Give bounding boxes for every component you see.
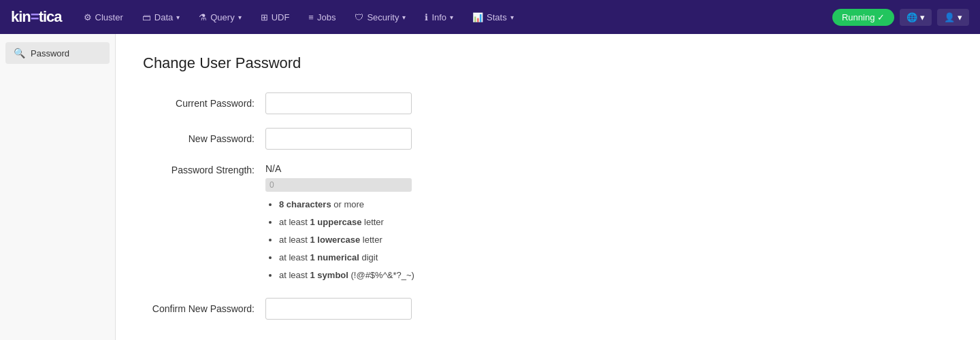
nav-udf[interactable]: ⊞ UDF [252, 8, 298, 27]
req-symbol-bold: 1 symbol [310, 270, 348, 280]
user-caret-icon: ▾ [958, 12, 962, 22]
info-caret-icon: ▾ [450, 14, 453, 21]
req-numerical-bold: 1 numerical [310, 252, 359, 262]
nav-cluster[interactable]: ⚙ Cluster [76, 8, 131, 27]
confirm-password-label: Confirm New Password: [143, 303, 265, 314]
page-body: 🔍 Password Change User Password Current … [0, 34, 980, 340]
req-length-bold: 8 characters [279, 199, 331, 209]
req-lowercase-bold: 1 lowercase [310, 235, 361, 245]
nav-security[interactable]: 🛡 Security ▾ [346, 8, 414, 27]
user-button[interactable]: 👤 ▾ [937, 9, 969, 26]
password-requirements: 8 characters or more at least 1 uppercas… [265, 196, 414, 284]
nav-data[interactable]: 🗃 Data ▾ [134, 8, 188, 27]
sidebar: 🔍 Password [0, 34, 116, 340]
sidebar-item-password[interactable]: 🔍 Password [5, 42, 110, 64]
info-icon: ℹ [425, 12, 428, 22]
nav-udf-label: UDF [272, 12, 290, 22]
navbar-right: Running ✓ 🌐 ▾ 👤 ▾ [832, 9, 969, 26]
requirement-uppercase: at least 1 uppercase letter [279, 214, 414, 231]
main-content: Change User Password Current Password: N… [116, 34, 980, 340]
requirement-length: 8 characters or more [279, 196, 414, 214]
confirm-password-row: Confirm New Password: [143, 298, 953, 320]
globe-button[interactable]: 🌐 ▾ [900, 9, 932, 26]
requirement-symbol: at least 1 symbol (!@#$%^&*?_~) [279, 267, 414, 284]
navbar: kin=tica ⚙ Cluster 🗃 Data ▾ ⚗ Query ▾ ⊞ … [0, 0, 980, 34]
stats-caret-icon: ▾ [510, 14, 514, 21]
nav-jobs-label: Jobs [317, 12, 336, 22]
udf-icon: ⊞ [261, 12, 268, 22]
nav-query[interactable]: ⚗ Query ▾ [191, 8, 249, 27]
nav-info-label: Info [431, 12, 446, 22]
strength-bar-number: 0 [270, 180, 274, 190]
nav-jobs[interactable]: ≡ Jobs [300, 8, 344, 27]
nav-stats[interactable]: 📊 Stats ▾ [464, 8, 522, 27]
data-icon: 🗃 [142, 12, 151, 22]
page-title: Change User Password [143, 54, 953, 72]
search-icon: 🔍 [14, 48, 25, 58]
jobs-icon: ≡ [308, 12, 314, 22]
query-caret-icon: ▾ [238, 14, 242, 21]
data-caret-icon: ▾ [176, 14, 180, 21]
security-icon: 🛡 [355, 12, 363, 22]
strength-content: N/A 0 8 characters or more at least 1 up… [265, 163, 414, 284]
security-caret-icon: ▾ [402, 14, 406, 21]
current-password-label: Current Password: [143, 98, 265, 109]
new-password-row: New Password: [143, 128, 953, 150]
confirm-password-input[interactable] [265, 298, 412, 320]
brand-logo[interactable]: kin=tica [11, 8, 62, 26]
nav-cluster-label: Cluster [95, 12, 123, 22]
globe-caret-icon: ▾ [920, 12, 925, 22]
cluster-icon: ⚙ [84, 12, 92, 22]
strength-value: N/A [265, 163, 414, 174]
nav-stats-label: Stats [487, 12, 507, 22]
current-password-row: Current Password: [143, 92, 953, 114]
nav-security-label: Security [367, 12, 399, 22]
password-strength-section: Password Strength: N/A 0 8 characters or… [143, 163, 953, 284]
new-password-input[interactable] [265, 128, 412, 150]
req-uppercase-bold: 1 uppercase [310, 217, 362, 227]
password-strength-label: Password Strength: [143, 163, 265, 175]
new-password-label: New Password: [143, 133, 265, 144]
running-status-badge[interactable]: Running ✓ [832, 9, 894, 26]
running-label: Running ✓ [842, 12, 885, 22]
strength-bar: 0 [265, 178, 412, 192]
user-icon: 👤 [944, 12, 955, 22]
stats-icon: 📊 [472, 12, 483, 22]
nav-data-label: Data [154, 12, 173, 22]
globe-icon: 🌐 [906, 12, 917, 22]
requirement-numerical: at least 1 numerical digit [279, 249, 414, 267]
nav-query-label: Query [210, 12, 234, 22]
sidebar-item-password-label: Password [31, 48, 69, 58]
requirement-lowercase: at least 1 lowercase letter [279, 231, 414, 249]
nav-info[interactable]: ℹ Info ▾ [416, 8, 461, 27]
query-icon: ⚗ [199, 12, 207, 22]
current-password-input[interactable] [265, 92, 412, 114]
